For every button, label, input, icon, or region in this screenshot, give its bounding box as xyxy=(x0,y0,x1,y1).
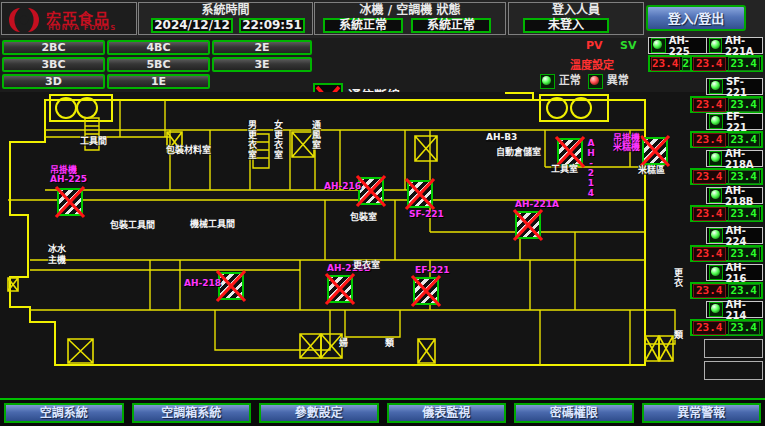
unit-sv-value: 23.4 xyxy=(728,284,761,298)
unit-name-label: AH-214 xyxy=(726,299,762,321)
unit-sv-value: 23.4 xyxy=(728,133,761,147)
unit-values-AH-218B: 23.423.4 xyxy=(690,205,763,222)
unit-button-AH-221A[interactable]: AH-221A xyxy=(706,37,763,54)
marker-x-icon xyxy=(325,273,355,305)
nav-button-5[interactable]: 異常警報 xyxy=(642,403,762,423)
unit-name-label: AH-224 xyxy=(726,225,762,247)
room-label-7: 更衣室 xyxy=(353,260,380,270)
marker-x-icon xyxy=(405,178,435,210)
nav-button-1[interactable]: 空調箱系統 xyxy=(132,403,252,423)
floor-button-1e[interactable]: 1E xyxy=(107,74,210,89)
comm-loss-marker-AH-225[interactable] xyxy=(57,188,83,216)
floor-button-3bc[interactable]: 3BC xyxy=(2,57,105,72)
room-label-3: 自動倉儲室 xyxy=(496,147,541,157)
comm-loss-marker-AH-218[interactable] xyxy=(218,272,244,300)
unit-pv-value: 23.4 xyxy=(693,57,726,71)
system-time-section: 系統時間 2024/12/12 22:09:51 xyxy=(138,2,313,35)
abnormal-lamp-icon xyxy=(588,74,603,89)
ahu-status-value: 系統正常 xyxy=(411,18,491,33)
floor-button-3e[interactable]: 3E xyxy=(212,57,312,72)
unit-button-EF-221[interactable]: EF-221 xyxy=(706,113,763,130)
unit-button-AH-218A[interactable]: AH-218A xyxy=(706,150,763,167)
unit-button-AH-224[interactable]: AH-224 xyxy=(706,227,763,244)
sv-label: SV xyxy=(620,39,636,52)
unit-sv-value: 23.4 xyxy=(728,98,761,112)
top-bar: 宏亞食品 HUNYA FOODS 系統時間 2024/12/12 22:09:5… xyxy=(0,0,765,39)
comm-loss-marker-EF-221[interactable] xyxy=(413,277,439,305)
unit-name-label: AH-218A xyxy=(725,148,762,170)
room-label-12: 男更衣室 xyxy=(247,120,257,160)
floor-button-2bc[interactable]: 2BC xyxy=(2,40,105,55)
unit-pv-value: 23.4 xyxy=(693,133,726,147)
unit-status-lamp-icon xyxy=(709,302,723,317)
login-label: 登入人員 xyxy=(509,3,643,18)
unit-name-label: EF-221 xyxy=(726,111,762,133)
unit-name-label: AH-218B xyxy=(725,185,762,207)
equipment-tag-米糕機: 吊掛機米糕機 xyxy=(613,134,640,152)
room-label-11: 主機 xyxy=(48,255,66,265)
floor-button-3d[interactable]: 3D xyxy=(2,74,105,89)
unit-values-AH-224: 23.423.4 xyxy=(690,245,763,262)
unit-pv-value: 23.4 xyxy=(693,284,726,298)
room-label-5: 米糕區 xyxy=(638,165,665,175)
machine-status-section: 冰機 / 空調機 狀態 系統正常 系統正常 xyxy=(314,2,506,35)
unit-pv-value: 23.4 xyxy=(693,207,726,221)
equipment-tag-AH-218: AH-218 xyxy=(184,279,221,288)
room-label-17: 更衣 xyxy=(673,268,683,288)
logo: 宏亞食品 HUNYA FOODS xyxy=(1,2,137,35)
comm-loss-marker-AH-216[interactable] xyxy=(358,177,384,205)
unit-status-lamp-icon xyxy=(709,265,723,280)
unit-sv-value: 23.4 xyxy=(728,207,761,221)
comm-loss-marker-AH-221A[interactable] xyxy=(515,211,541,239)
equipment-tag-SF-221: SF-221 xyxy=(409,210,444,219)
unit-name-label: AH-216 xyxy=(726,262,762,284)
room-label-9: 機械工具間 xyxy=(190,219,235,229)
equipment-tag-AH-214: AH-214 xyxy=(586,138,595,198)
pv-label: PV xyxy=(586,39,603,52)
floor-button-2e[interactable]: 2E xyxy=(212,40,312,55)
abnormal-legend-label: 異常 xyxy=(607,74,629,87)
unit-sv-value: 23.4 xyxy=(728,57,761,71)
unit-status-lamp-icon xyxy=(709,151,722,166)
nav-button-3[interactable]: 儀表監視 xyxy=(387,403,507,423)
marker-x-icon xyxy=(356,175,386,207)
room-label-14: 通風室 xyxy=(311,120,321,150)
comm-loss-marker-AH-214[interactable] xyxy=(557,138,583,166)
room-label-13: 女更衣室 xyxy=(273,120,283,160)
nav-button-4[interactable]: 密碼權限 xyxy=(514,403,634,423)
unit-sv-value: 23.4 xyxy=(728,247,761,261)
unit-sv-value: 23.4 xyxy=(728,170,761,184)
floor-button-4bc[interactable]: 4BC xyxy=(107,40,210,55)
unit-pv-value: 23.4 xyxy=(693,321,726,335)
login-section: 登入人員 未登入 xyxy=(508,2,644,35)
system-time-label: 系統時間 xyxy=(139,3,312,18)
login-logout-button[interactable]: 登入/登出 xyxy=(646,5,746,31)
nav-button-2[interactable]: 參數設定 xyxy=(259,403,379,423)
comm-loss-marker-AH-218B[interactable] xyxy=(327,275,353,303)
unit-values-AH-216: 23.423.4 xyxy=(690,282,763,299)
unit-pv-value: 23.4 xyxy=(693,98,726,112)
unit-button-SF-221[interactable]: SF-221 xyxy=(706,78,763,95)
nav-button-0[interactable]: 空調系統 xyxy=(4,403,124,423)
room-label-15: 婦 xyxy=(339,338,348,348)
unit-button-AH-216[interactable]: AH-216 xyxy=(706,264,763,281)
room-label-2: AH-B3 xyxy=(486,132,517,142)
room-label-4: 工具室 xyxy=(551,164,578,174)
unit-button-AH-218B[interactable]: AH-218B xyxy=(706,187,763,204)
comm-loss-marker-SF-221[interactable] xyxy=(407,180,433,208)
normal-legend: 正常 xyxy=(540,71,581,89)
room-label-1: 包裝材料室 xyxy=(166,145,211,155)
unit-values-AH-218A: 23.423.4 xyxy=(690,168,763,185)
abnormal-legend: 異常 xyxy=(588,71,629,89)
unit-pv-value: 23.4 xyxy=(693,247,726,261)
unit-status-lamp-icon xyxy=(709,188,722,203)
equipment-tag-AH-221A: AH-221A xyxy=(515,200,559,209)
floor-button-5bc[interactable]: 5BC xyxy=(107,57,210,72)
comm-loss-marker-米糕機[interactable] xyxy=(642,137,668,165)
room-label-16: 類 xyxy=(385,338,394,348)
unit-button-AH-225[interactable]: AH-225 xyxy=(648,37,710,54)
equipment-tag-AH-225: 吊掛機AH-225 xyxy=(50,166,87,184)
system-date-value: 2024/12/12 xyxy=(151,18,233,33)
unit-button-AH-214[interactable]: AH-214 xyxy=(706,301,763,318)
temp-setting-label: 溫度設定 xyxy=(570,56,614,72)
